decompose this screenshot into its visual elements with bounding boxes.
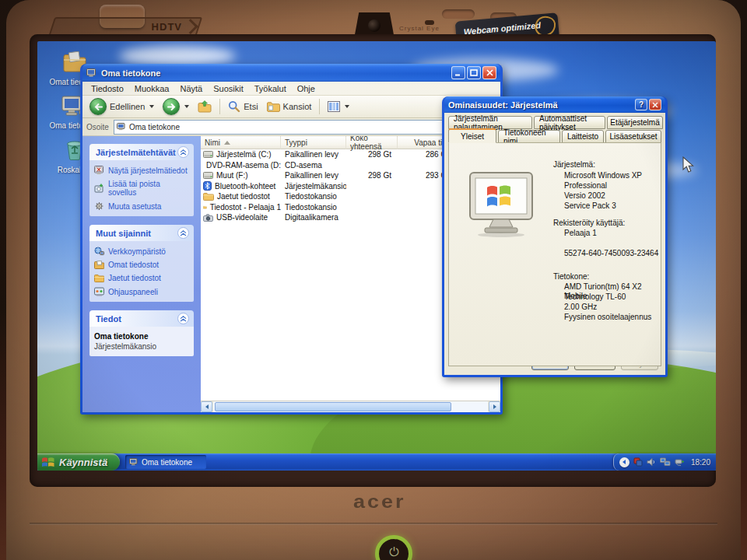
folder-icon [203, 203, 207, 212]
maximize-button[interactable] [467, 66, 481, 79]
safely-remove-hardware-icon[interactable] [675, 458, 685, 467]
details-type: Järjestelmäkansio [94, 342, 189, 351]
views-button[interactable] [325, 100, 352, 114]
forward-button[interactable] [160, 96, 191, 117]
back-button[interactable]: Edellinen [87, 96, 156, 117]
menu-ohje[interactable]: Ohje [292, 84, 321, 93]
my-computer-icon [117, 123, 126, 131]
panel-header-details[interactable]: Tiedot [89, 310, 194, 327]
menu-tyokalut[interactable]: Työkalut [249, 84, 292, 93]
volume-tray-icon[interactable] [647, 457, 656, 467]
horizontal-scrollbar [201, 401, 500, 412]
close-button[interactable] [482, 66, 496, 79]
views-dropdown-caret [345, 105, 349, 108]
taskbar-item-label: Oma tietokone [142, 458, 192, 467]
shared-folder-icon [94, 274, 104, 282]
views-icon [328, 101, 340, 112]
hard-drive-icon [203, 150, 213, 159]
back-arrow-icon [89, 98, 107, 115]
folders-button[interactable]: Kansiot [265, 100, 314, 114]
tab-advanced[interactable]: Lisäasetukset [605, 130, 661, 143]
column-header-type[interactable]: Tyyppi [281, 136, 346, 149]
tab-system-restore[interactable]: Järjestelmän palauttaminen [448, 116, 532, 129]
explorer-titlebar[interactable]: Oma tietokone [82, 64, 500, 82]
menu-suosikit[interactable]: Suosikit [208, 84, 249, 93]
panel-header-system-tasks[interactable]: Järjestelmätehtävät [89, 144, 194, 160]
my-computer-icon [86, 68, 97, 78]
start-button[interactable]: Käynnistä [37, 453, 120, 471]
scrollbar-track[interactable] [213, 401, 488, 412]
bluetooth-icon [203, 181, 212, 191]
menu-nayta[interactable]: Näytä [174, 84, 208, 93]
task-item-label: Muuta asetusta [108, 202, 161, 211]
taskbar: Käynnistä Oma tietokone [37, 453, 716, 471]
system-line: Service Pack 3 [564, 201, 616, 211]
control-panel-icon [94, 287, 104, 296]
up-folder-icon [198, 100, 212, 113]
column-header-total-size[interactable]: Koko yhteensä [346, 136, 398, 149]
explorer-window: Oma tietokone Tiedosto Muokkaa [80, 64, 503, 415]
task-view-system-info[interactable]: Näytä järjestelmätiedot [94, 166, 189, 175]
place-label: Omat tiedostot [108, 261, 159, 269]
computer-line: Technology TL-60 [564, 292, 626, 302]
panel-title: Tiedot [96, 314, 121, 324]
network-icon [94, 247, 104, 256]
network-tray-icon[interactable] [660, 457, 671, 467]
windows-monitor-icon [466, 171, 536, 238]
tab-row-2: Yleiset Tietokoneen nimi Laitteisto Lisä… [447, 130, 662, 143]
panel-header-other-places[interactable]: Muut sijainnit [89, 225, 194, 241]
toolbar: Edellinen [82, 96, 500, 118]
task-add-remove-programs[interactable]: Lisää tai poista sovellus [94, 180, 189, 197]
webcam-name-label: Crystal Eye [399, 25, 440, 32]
tab-automatic-updates[interactable]: Automaattiset päivitykset [534, 116, 605, 129]
minimize-button[interactable] [451, 66, 465, 79]
hide-icons-chevron-button[interactable] [619, 457, 630, 467]
menu-muokkaa[interactable]: Muokkaa [129, 84, 175, 93]
dialog-close-button[interactable] [649, 99, 661, 110]
panel-system-tasks: Järjestelmätehtävät [89, 144, 194, 216]
camera-icon [203, 214, 213, 222]
system-line: Microsoft Windows XP [564, 171, 642, 180]
general-tab-page: Järjestelmä: Microsoft Windows XP Profes… [448, 142, 661, 366]
security-tray-icon[interactable] [633, 457, 643, 467]
task-item-label: Lisää tai poista sovellus [108, 180, 189, 197]
dialog-titlebar[interactable]: Ominaisuudet: Järjestelmä ? [444, 96, 665, 113]
tab-hardware[interactable]: Laitteisto [562, 130, 604, 143]
tab-computer-name[interactable]: Tietokoneen nimi [498, 130, 560, 143]
tab-general[interactable]: Yleiset [448, 128, 496, 143]
column-header-name[interactable]: Nimi [201, 136, 281, 149]
triangle-right-icon [493, 404, 496, 409]
collapse-chevron-button[interactable] [177, 146, 189, 158]
place-my-documents[interactable]: Omat tiedostot [94, 261, 189, 269]
collapse-chevron-button[interactable] [177, 227, 189, 239]
tab-remote[interactable]: Etäjärjestelmä [607, 116, 663, 129]
task-change-setting[interactable]: Muuta asetusta [94, 201, 189, 211]
laptop-bezel: HDTV Crystal Eye Webcam optimized for vi… [6, 0, 741, 560]
scroll-right-button[interactable] [489, 401, 500, 412]
cloud [119, 46, 236, 66]
search-button[interactable]: Etsi [226, 99, 260, 114]
scroll-left-button[interactable] [201, 401, 212, 412]
panel-title: Järjestelmätehtävät [96, 148, 176, 157]
search-icon [228, 100, 240, 113]
clock: 18:20 [691, 458, 710, 467]
panel-details: Tiedot Oma tietokone Järjestelmäkansio [89, 310, 194, 356]
menu-tiedosto[interactable]: Tiedosto [86, 84, 129, 93]
help-button[interactable]: ? [635, 99, 647, 110]
hinge-seam [30, 523, 717, 525]
scrollbar-thumb[interactable] [215, 402, 451, 411]
address-field[interactable]: Oma tietokone [114, 120, 496, 135]
screen: Omat tiedostot Oma tietokone Roskakori [37, 41, 716, 471]
chevron-up-icon [180, 316, 187, 322]
toolbar-separator [219, 99, 220, 114]
system-properties-dialog: Ominaisuudet: Järjestelmä ? Järjestelmän… [442, 96, 668, 377]
computer-line: 2.00 GHz [564, 303, 597, 312]
place-network[interactable]: Verkkoympäristö [94, 247, 189, 256]
place-control-panel[interactable]: Ohjauspaneeli [94, 287, 189, 296]
place-shared-documents[interactable]: Jaetut tiedostot [94, 274, 189, 282]
up-button[interactable] [195, 99, 214, 114]
address-value: Oma tietokone [129, 123, 180, 131]
taskbar-item-my-computer[interactable]: Oma tietokone [125, 455, 206, 469]
collapse-chevron-button[interactable] [177, 313, 189, 324]
system-label: Järjestelmä: [553, 160, 595, 170]
